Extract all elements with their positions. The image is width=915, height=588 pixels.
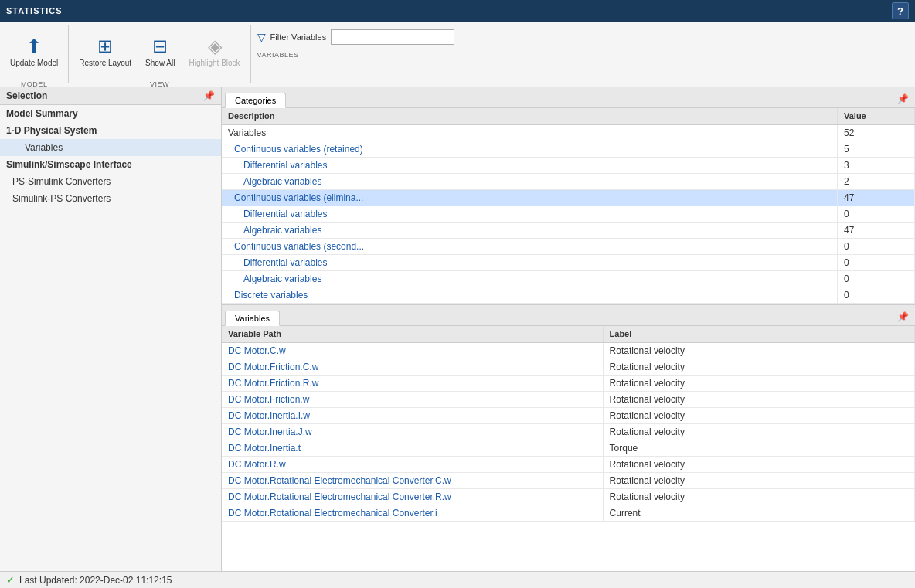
variables-table: Variable Path Label DC Motor.C.wRotation…	[222, 326, 915, 522]
variable-path-link[interactable]: DC Motor.Inertia.I.w	[228, 410, 310, 421]
variable-row: DC Motor.Rotational Electromechanical Co…	[222, 505, 915, 522]
show-all-button[interactable]: ⊟ Show All	[138, 25, 182, 79]
tree-item-1d-physical[interactable]: 1-D Physical System	[0, 122, 221, 139]
tree-item-variables[interactable]: Variables	[0, 139, 221, 156]
categories-tab[interactable]: Categories	[225, 93, 286, 108]
tree-container: Model Summary 1-D Physical System Variab…	[0, 105, 221, 207]
variables-section-label: VARIABLES	[251, 51, 915, 59]
tree-item-ps-simulink[interactable]: PS-Simulink Converters	[0, 173, 221, 190]
categories-row: Algebraic variables2	[222, 174, 915, 190]
variable-label: Rotational velocity	[603, 473, 914, 489]
categories-row: Continuous variables (second...0	[222, 239, 915, 255]
variable-path-link[interactable]: DC Motor.Rotational Electromechanical Co…	[228, 491, 451, 502]
category-description: Differential variables	[222, 158, 838, 174]
category-value: 0	[838, 206, 915, 223]
category-value: 5	[838, 141, 915, 158]
category-value: 3	[838, 158, 915, 174]
categories-row: Variables52	[222, 124, 915, 141]
variables-pin-icon[interactable]: 📌	[894, 308, 912, 325]
variables-toolbar-section: ▽ Filter Variables VARIABLES	[251, 25, 915, 83]
filter-input[interactable]	[331, 29, 454, 45]
restore-layout-icon: ⊞	[97, 36, 113, 57]
categories-row: Differential variables3	[222, 158, 915, 174]
show-all-icon: ⊟	[152, 36, 168, 57]
main-content: Selection 📌 Model Summary 1-D Physical S…	[0, 87, 915, 571]
categories-pin-icon[interactable]: 📌	[894, 90, 912, 107]
variable-path-link[interactable]: DC Motor.Inertia.J.w	[228, 427, 312, 437]
col-variable-path: Variable Path	[222, 326, 603, 342]
category-description: Algebraic variables	[222, 223, 838, 239]
variable-path: DC Motor.Inertia.I.w	[222, 408, 603, 424]
tree-item-model-summary[interactable]: Model Summary	[0, 105, 221, 122]
variable-row: DC Motor.Inertia.J.wRotational velocity	[222, 424, 915, 440]
variable-path-link[interactable]: DC Motor.Friction.C.w	[228, 362, 318, 372]
variable-label: Rotational velocity	[603, 342, 914, 359]
title-bar: STATISTICS ?	[0, 0, 915, 22]
help-button[interactable]: ?	[892, 2, 909, 19]
category-value: 47	[838, 223, 915, 239]
update-model-button[interactable]: ⬆ Update Model	[3, 25, 65, 79]
category-description: Continuous variables (second...	[222, 239, 838, 255]
variable-path: DC Motor.C.w	[222, 342, 603, 359]
variable-path-link[interactable]: DC Motor.Friction.w	[228, 394, 309, 405]
selection-header: Selection 📌	[0, 87, 221, 105]
category-description: Discrete variables	[222, 287, 838, 304]
variable-path: DC Motor.Friction.w	[222, 392, 603, 408]
category-description: Algebraic variables	[222, 271, 838, 287]
variable-label: Rotational velocity	[603, 359, 914, 376]
col-value: Value	[838, 108, 915, 124]
category-description: Differential variables	[222, 206, 838, 223]
variable-path-link[interactable]: DC Motor.Rotational Electromechanical Co…	[228, 475, 451, 486]
selection-pin-icon[interactable]: 📌	[203, 90, 215, 101]
highlight-block-label: Highlight Block	[189, 59, 240, 68]
col-label: Label	[603, 326, 914, 342]
filter-variables-label: Filter Variables	[270, 32, 327, 42]
view-section: ⊞ Restore Layout ⊟ Show All ◈ Highlight …	[69, 25, 250, 83]
category-description: Variables	[222, 124, 838, 141]
category-value: 0	[838, 255, 915, 271]
variables-tab-bar: Variables 📌	[222, 305, 915, 326]
categories-row: Continuous variables (elimina...47	[222, 190, 915, 206]
category-value: 52	[838, 124, 915, 141]
category-value: 0	[838, 287, 915, 304]
variable-path-link[interactable]: DC Motor.Inertia.t	[228, 443, 301, 454]
variable-label: Torque	[603, 440, 914, 457]
categories-row: Differential variables0	[222, 206, 915, 223]
variable-label: Rotational velocity	[603, 392, 914, 408]
variable-row: DC Motor.Inertia.tTorque	[222, 440, 915, 457]
restore-layout-button[interactable]: ⊞ Restore Layout	[72, 25, 138, 79]
variables-tab[interactable]: Variables	[225, 311, 280, 326]
highlight-block-button[interactable]: ◈ Highlight Block	[182, 25, 247, 79]
variable-row: DC Motor.Friction.C.wRotational velocity	[222, 359, 915, 376]
category-value: 0	[838, 271, 915, 287]
variable-row: DC Motor.Rotational Electromechanical Co…	[222, 473, 915, 489]
selection-label: Selection	[6, 90, 47, 101]
highlight-block-icon: ◈	[208, 36, 222, 57]
variables-table-wrapper: Variable Path Label DC Motor.C.wRotation…	[222, 326, 915, 571]
variables-section: Variables 📌 Variable Path Label DC Motor…	[222, 304, 915, 571]
tree-item-simulink-interface[interactable]: Simulink/Simscape Interface	[0, 156, 221, 173]
categories-row: Differential variables0	[222, 255, 915, 271]
category-value: 0	[838, 239, 915, 255]
model-section: ⬆ Update Model MODEL	[0, 25, 69, 83]
category-description: Continuous variables (elimina...	[222, 190, 838, 206]
variable-path: DC Motor.R.w	[222, 457, 603, 473]
variable-label: Rotational velocity	[603, 408, 914, 424]
variable-label: Rotational velocity	[603, 424, 914, 440]
variable-row: DC Motor.R.wRotational velocity	[222, 457, 915, 473]
category-description: Algebraic variables	[222, 174, 838, 190]
left-panel: Selection 📌 Model Summary 1-D Physical S…	[0, 87, 222, 571]
variable-path-link[interactable]: DC Motor.R.w	[228, 459, 286, 470]
tree-item-simulink-ps[interactable]: Simulink-PS Converters	[0, 190, 221, 207]
variable-label: Rotational velocity	[603, 489, 914, 505]
title-bar-text: STATISTICS	[6, 6, 63, 15]
variable-path-link[interactable]: DC Motor.Rotational Electromechanical Co…	[228, 508, 437, 518]
col-description: Description	[222, 108, 838, 124]
status-bar: ✓ Last Updated: 2022-Dec-02 11:12:15	[0, 571, 915, 588]
show-all-label: Show All	[145, 59, 175, 68]
variable-path-link[interactable]: DC Motor.C.w	[228, 345, 286, 356]
variable-path-link[interactable]: DC Motor.Friction.R.w	[228, 378, 318, 389]
variable-path: DC Motor.Rotational Electromechanical Co…	[222, 489, 603, 505]
variable-path: DC Motor.Friction.C.w	[222, 359, 603, 376]
category-value: 2	[838, 174, 915, 190]
